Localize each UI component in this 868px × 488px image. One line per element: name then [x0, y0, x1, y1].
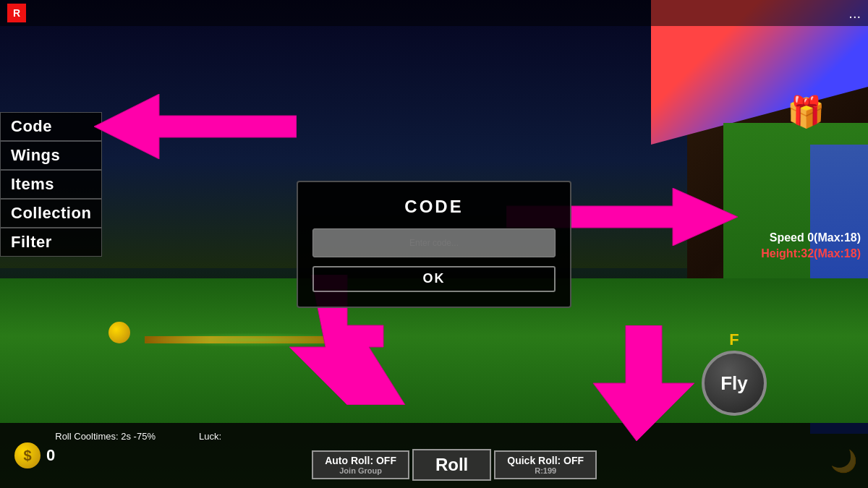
roblox-menu-icon[interactable]: ... — [848, 5, 861, 22]
roblox-topbar: R ... — [0, 0, 868, 26]
code-modal: CODE OK — [297, 181, 571, 308]
code-input[interactable] — [312, 228, 556, 257]
modal-title: CODE — [312, 197, 556, 217]
modal-overlay: CODE OK — [0, 0, 868, 488]
roblox-logo: R — [7, 4, 26, 22]
ok-button[interactable]: OK — [312, 266, 556, 292]
